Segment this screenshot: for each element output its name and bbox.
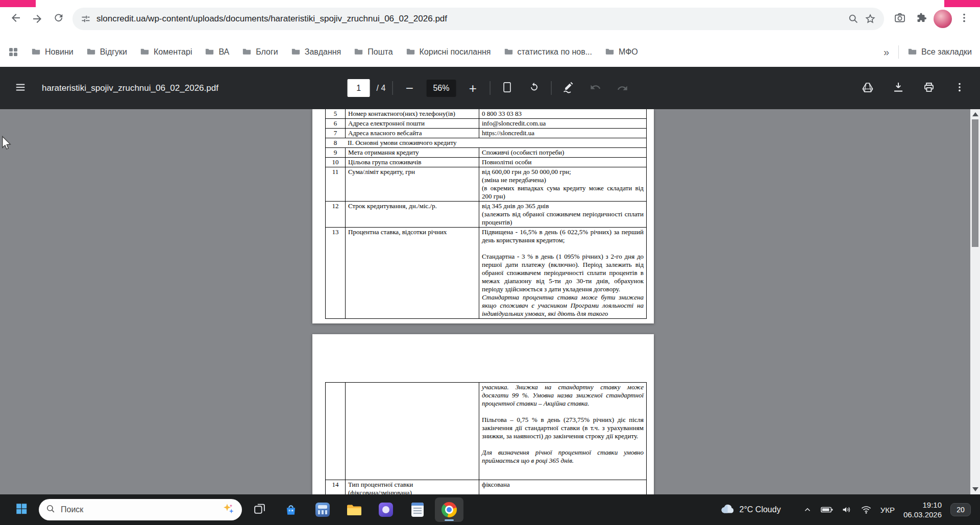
notification-count-badge[interactable]: 20 [950, 503, 971, 516]
bookmark-item[interactable]: Корисні посилання [406, 47, 491, 57]
bookmark-item[interactable]: статистика по нов... [504, 47, 593, 57]
folder-icon [205, 47, 214, 57]
back-button[interactable] [5, 8, 27, 30]
browser-menu-button[interactable] [953, 8, 975, 30]
extensions-button[interactable] [911, 8, 932, 30]
bookmark-item[interactable]: Новини [32, 47, 74, 57]
row-number: 12 [326, 202, 345, 227]
forward-arrow-icon [31, 13, 43, 25]
apps-grid-icon[interactable] [8, 47, 18, 57]
taskbar-app-purple[interactable] [372, 497, 400, 522]
wifi-icon[interactable] [861, 505, 872, 514]
zoom-out-button[interactable]: − [399, 78, 420, 98]
camera-icon [894, 12, 906, 26]
language-indicator[interactable]: УКР [880, 506, 895, 514]
bookmark-item[interactable]: Відгуки [87, 47, 127, 57]
reload-button[interactable] [48, 8, 69, 30]
task-view-button[interactable] [245, 497, 274, 522]
kebab-menu-icon [959, 12, 970, 26]
address-bar[interactable]: sloncredit.ua/wp-content/uploads/documen… [72, 8, 884, 30]
page-number-input[interactable] [348, 79, 370, 97]
row-number [326, 383, 345, 480]
row-number: 6 [326, 119, 345, 128]
bookmark-item[interactable]: Коментарі [140, 47, 192, 57]
taskbar-app-calculator[interactable] [308, 497, 337, 522]
print-button[interactable] [919, 78, 939, 98]
browser-toolbar: sloncredit.ua/wp-content/uploads/documen… [0, 0, 980, 37]
scroll-down-arrow[interactable] [972, 487, 978, 491]
table-row: 13 Процентна ставка, відсотки річних Під… [326, 227, 646, 318]
draw-pen-icon [562, 81, 574, 95]
draw-button[interactable] [558, 78, 578, 98]
start-button[interactable] [7, 497, 36, 522]
pdf-menu-button[interactable] [10, 78, 31, 98]
table-row: 12 Строк кредитування, дн./міс./р. від 3… [326, 201, 646, 227]
puzzle-icon [915, 12, 927, 26]
hamburger-icon [15, 82, 26, 95]
back-arrow-icon [10, 12, 22, 26]
download-button[interactable] [888, 78, 909, 98]
redo-button[interactable] [612, 78, 632, 98]
volume-icon[interactable] [842, 505, 852, 514]
row-value: фіксована [479, 480, 646, 494]
bookmark-label: Корисні посилання [420, 47, 491, 57]
bookmark-star-icon[interactable] [865, 13, 876, 24]
save-to-drive-button[interactable] [857, 78, 878, 98]
tune-icon[interactable] [81, 14, 91, 24]
time-label: 19:10 [903, 500, 942, 510]
table-row: 5 Номер контактного(них) телефону(ів) 0 … [326, 109, 646, 118]
window-theme-strip-right [944, 0, 980, 7]
bookmark-label: Блоги [256, 47, 278, 57]
bookmark-label: Пошта [368, 47, 393, 57]
bookmark-item[interactable]: Блоги [242, 47, 278, 57]
rotate-button[interactable] [524, 78, 544, 98]
value-line: від 600,00 грн до 50 000,00 грн; [482, 168, 644, 176]
tray-chevron-up-icon[interactable] [803, 505, 812, 514]
taskbar-app-notepad[interactable] [403, 497, 432, 522]
folder-icon [908, 47, 917, 57]
scrollbar-thumb[interactable] [972, 119, 978, 247]
taskbar-search[interactable]: Поиск [39, 499, 242, 520]
profile-button[interactable] [932, 8, 953, 30]
bookmark-label: статистика по нов... [518, 47, 593, 57]
bookmark-item[interactable]: Пошта [354, 47, 393, 57]
taskbar-app-store[interactable] [277, 497, 305, 522]
pdf-toolbar: harateristiki_spojiv_zruchnui_06_02_2026… [0, 67, 980, 109]
row-value: info@sloncredit.com.ua [479, 119, 646, 128]
table-row: 9 Мета отримання кредиту Споживчі (особи… [326, 147, 646, 157]
credit-terms-table-continued: учасника. Знижка на стандартну ставку мо… [325, 382, 647, 494]
viewer-scrollbar[interactable] [970, 109, 980, 494]
bookmark-item[interactable]: МФО [605, 47, 638, 57]
bookmark-item[interactable]: ВА [205, 47, 229, 57]
forward-button[interactable] [27, 8, 48, 30]
taskbar-app-file-explorer[interactable] [340, 497, 369, 522]
undo-button[interactable] [585, 78, 605, 98]
battery-icon[interactable] [821, 505, 833, 514]
all-bookmarks-button[interactable]: Все закладки [908, 47, 972, 57]
value-paragraph: Для визначення річної процентної ставки … [482, 448, 644, 465]
screenshot-button[interactable] [889, 8, 911, 30]
bookmark-label: Коментарі [154, 47, 192, 57]
table-row: 10 Цільова група споживачів Повнолітні о… [326, 157, 646, 167]
folder-icon [32, 47, 40, 57]
bookmark-label: ВА [218, 47, 229, 57]
zoom-in-button[interactable]: + [462, 78, 483, 98]
taskbar-app-chrome[interactable] [435, 497, 463, 522]
table-row: 11 Сума/ліміт кредиту, грн від 600,00 гр… [326, 167, 646, 201]
taskbar-clock[interactable]: 19:10 06.03.2026 [903, 500, 942, 520]
bookmarks-overflow-chevron[interactable]: » [884, 46, 889, 58]
bookmark-item[interactable]: Завдання [291, 47, 341, 57]
fit-page-button[interactable] [497, 78, 517, 98]
value-paragraph: Стандартна - 3 % в день (1 095% річних) … [482, 253, 644, 293]
taskbar-weather[interactable]: 2°C Cloudy [720, 503, 781, 516]
value-paragraph: Стандартна процентна ставка може бути зн… [482, 293, 644, 318]
bookmarks-bar: Новини Відгуки Коментарі ВА Блоги Завдан… [0, 37, 980, 67]
zoom-page-icon[interactable] [848, 13, 859, 24]
notepad-app-icon [411, 503, 424, 517]
row-label: Тип процентної ставки (фіксована/змінюва… [345, 480, 479, 494]
scroll-up-arrow[interactable] [972, 112, 978, 116]
row-number: 14 [326, 480, 345, 494]
pdf-more-button[interactable] [949, 78, 970, 98]
bookmark-label: Новини [45, 47, 74, 57]
credit-terms-table: 5 Номер контактного(них) телефону(ів) 0 … [325, 109, 647, 319]
